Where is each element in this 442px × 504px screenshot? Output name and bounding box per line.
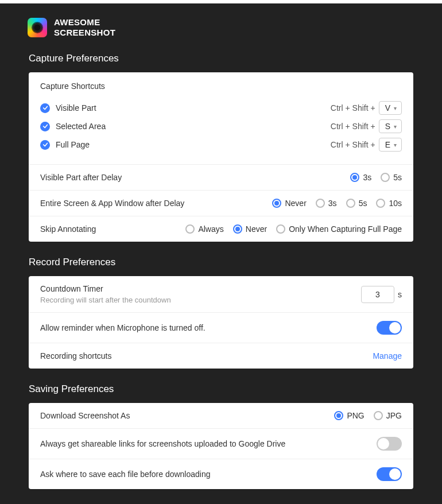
countdown-unit: s — [398, 290, 402, 299]
check-icon[interactable] — [40, 140, 50, 150]
chevron-down-icon: ▾ — [394, 123, 397, 130]
brand: AWESOME SCREENSHOT — [28, 17, 413, 38]
shortcut-key-select[interactable]: V ▾ — [379, 101, 402, 115]
shortcut-row: Full Page Ctrl + Shift + E ▾ — [40, 135, 402, 154]
countdown-sub: Recording will start after the countdown — [40, 296, 171, 304]
countdown-row: Countdown Timer Recording will start aft… — [29, 276, 413, 312]
shortcut-key-select[interactable]: S ▾ — [379, 119, 402, 133]
drive-links-row: Always get shareable links for screensho… — [29, 428, 413, 459]
shortcut-prefix: Ctrl + Shift + — [331, 122, 375, 131]
skip-annotating-row: Skip Annotating Always Never Only When C… — [29, 216, 413, 242]
section-title-record: Record Preferences — [29, 257, 413, 268]
shortcut-key-select[interactable]: E ▾ — [379, 138, 402, 152]
mic-reminder-toggle[interactable] — [377, 321, 402, 335]
download-as-label: Download Screenshot As — [40, 411, 130, 420]
capture-card: Capture Shortcuts Visible Part Ctrl + Sh… — [29, 72, 413, 242]
shortcut-prefix: Ctrl + Shift + — [331, 103, 375, 113]
manage-link[interactable]: Manage — [373, 351, 402, 360]
entire-delay-row: Entire Screen & App Window after Delay N… — [29, 190, 413, 216]
radio-option-always[interactable]: Always — [185, 224, 223, 234]
capture-shortcuts-title: Capture Shortcuts — [40, 82, 402, 91]
shortcut-row: Selected Area Ctrl + Shift + S ▾ — [40, 117, 402, 135]
radio-option-3s[interactable]: 3s — [316, 199, 337, 208]
radio-icon — [374, 411, 383, 420]
visible-delay-label: Visible Part after Delay — [40, 173, 122, 182]
brand-line1: AWESOME — [54, 17, 115, 28]
radio-option-fullpage[interactable]: Only When Capturing Full Page — [276, 224, 402, 234]
check-icon[interactable] — [40, 103, 50, 113]
download-as-row: Download Screenshot As PNG JPG — [29, 403, 413, 428]
download-as-options: PNG JPG — [334, 411, 402, 420]
recording-shortcuts-label: Recording shortcuts — [40, 351, 112, 360]
skip-annotating-label: Skip Annotating — [40, 224, 96, 234]
chevron-down-icon: ▾ — [394, 142, 397, 148]
ask-where-row: Ask where to save each file before downl… — [29, 459, 413, 489]
radio-icon — [185, 224, 195, 234]
shortcut-label: Full Page — [56, 140, 90, 149]
brand-logo-icon — [28, 18, 47, 37]
radio-option-png[interactable]: PNG — [334, 411, 364, 420]
radio-icon — [350, 173, 359, 182]
drive-links-label: Always get shareable links for screensho… — [40, 439, 285, 448]
saving-card: Download Screenshot As PNG JPG Always ge… — [29, 403, 413, 489]
radio-icon — [276, 224, 285, 234]
radio-icon — [334, 411, 343, 420]
mic-reminder-label: Allow reminder when Microphone is turned… — [40, 323, 206, 332]
shortcut-key: S — [385, 122, 390, 131]
radio-icon — [381, 173, 390, 182]
mic-reminder-row: Allow reminder when Microphone is turned… — [29, 312, 413, 343]
shortcut-key: V — [385, 103, 390, 113]
shortcut-label: Visible Part — [56, 103, 96, 113]
shortcut-row: Visible Part Ctrl + Shift + V ▾ — [40, 99, 402, 117]
radio-option-5s[interactable]: 5s — [346, 199, 367, 208]
recording-shortcuts-row: Recording shortcuts Manage — [29, 343, 413, 369]
visible-delay-options: 3s 5s — [350, 173, 402, 182]
chevron-down-icon: ▾ — [394, 105, 397, 111]
shortcut-key: E — [385, 140, 390, 149]
brand-text: AWESOME SCREENSHOT — [54, 17, 115, 38]
skip-annotating-options: Always Never Only When Capturing Full Pa… — [185, 224, 402, 234]
radio-option-never[interactable]: Never — [272, 199, 306, 208]
drive-links-toggle[interactable] — [377, 437, 402, 451]
radio-icon — [376, 199, 385, 208]
radio-option-10s[interactable]: 10s — [376, 199, 402, 208]
radio-icon — [316, 199, 325, 208]
radio-option-jpg[interactable]: JPG — [374, 411, 402, 420]
radio-icon — [233, 224, 242, 234]
brand-line2: SCREENSHOT — [54, 28, 115, 38]
record-card: Countdown Timer Recording will start aft… — [29, 276, 413, 369]
capture-shortcuts-block: Capture Shortcuts Visible Part Ctrl + Sh… — [29, 72, 413, 164]
shortcut-label: Selected Area — [56, 122, 106, 131]
shortcut-prefix: Ctrl + Shift + — [331, 140, 375, 149]
check-icon[interactable] — [40, 122, 50, 131]
settings-page: AWESOME SCREENSHOT Capture Preferences C… — [0, 3, 442, 489]
countdown-label: Countdown Timer — [40, 284, 171, 293]
ask-where-toggle[interactable] — [377, 467, 402, 481]
entire-delay-label: Entire Screen & App Window after Delay — [40, 199, 184, 208]
visible-delay-row: Visible Part after Delay 3s 5s — [29, 164, 413, 190]
section-title-capture: Capture Preferences — [29, 53, 413, 64]
radio-icon — [346, 199, 355, 208]
radio-option-never[interactable]: Never — [233, 224, 267, 234]
ask-where-label: Ask where to save each file before downl… — [40, 470, 211, 479]
entire-delay-options: Never 3s 5s 10s — [272, 199, 402, 208]
radio-option-3s[interactable]: 3s — [350, 173, 371, 182]
section-title-saving: Saving Preferences — [29, 383, 413, 395]
radio-option-5s[interactable]: 5s — [381, 173, 402, 182]
radio-icon — [272, 199, 281, 208]
countdown-input[interactable] — [361, 286, 394, 303]
